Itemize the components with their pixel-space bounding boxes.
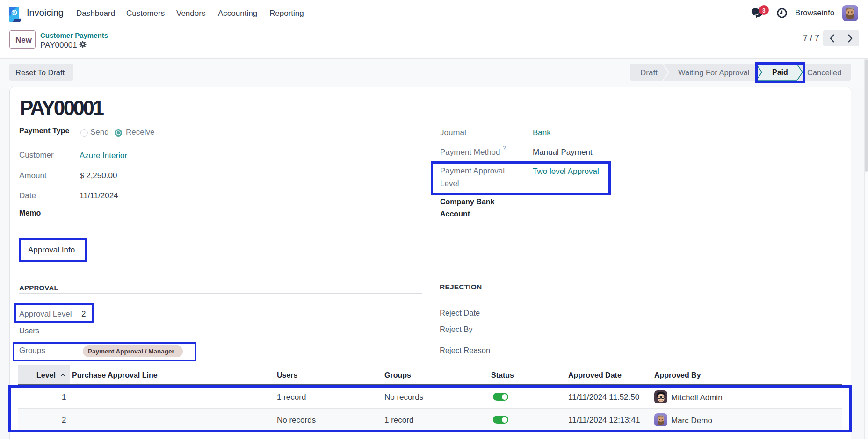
svg-text:$: $ — [13, 10, 16, 15]
